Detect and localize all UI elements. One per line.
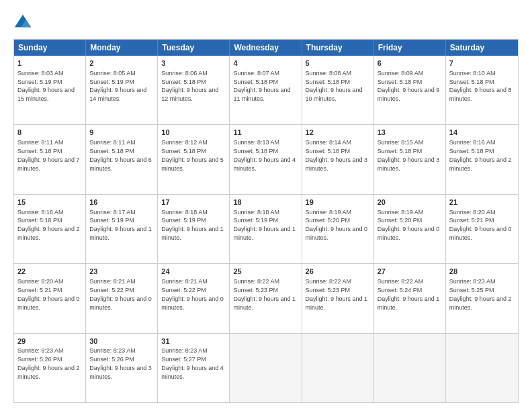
day-info: Sunrise: 8:07 AMSunset: 5:18 PMDaylight:… [233, 70, 290, 102]
calendar-row-1: 1Sunrise: 8:03 AMSunset: 5:19 PMDaylight… [14, 56, 518, 124]
day-cell-27: 27Sunrise: 8:22 AMSunset: 5:24 PMDayligh… [374, 264, 446, 332]
day-cell-1: 1Sunrise: 8:03 AMSunset: 5:19 PMDaylight… [14, 56, 86, 124]
day-number: 11 [233, 128, 298, 138]
day-cell-7: 7Sunrise: 8:10 AMSunset: 5:18 PMDaylight… [446, 56, 518, 124]
day-number: 28 [449, 267, 515, 277]
day-info: Sunrise: 8:23 AMSunset: 5:26 PMDaylight:… [89, 347, 152, 379]
header-day-wednesday: Wednesday [230, 40, 302, 56]
day-info: Sunrise: 8:23 AMSunset: 5:25 PMDaylight:… [449, 278, 512, 310]
header-day-thursday: Thursday [302, 40, 374, 56]
day-info: Sunrise: 8:22 AMSunset: 5:23 PMDaylight:… [233, 278, 296, 310]
day-number: 3 [161, 58, 226, 68]
day-number: 19 [306, 197, 370, 208]
day-cell-24: 24Sunrise: 8:21 AMSunset: 5:22 PMDayligh… [158, 264, 230, 332]
header [13, 11, 519, 32]
header-day-monday: Monday [86, 40, 158, 56]
day-cell-8: 8Sunrise: 8:11 AMSunset: 5:18 PMDaylight… [14, 125, 86, 193]
day-number: 15 [17, 197, 82, 208]
day-cell-2: 2Sunrise: 8:05 AMSunset: 5:19 PMDaylight… [86, 56, 158, 124]
day-info: Sunrise: 8:05 AMSunset: 5:19 PMDaylight:… [89, 70, 146, 102]
calendar: SundayMondayTuesdayWednesdayThursdayFrid… [13, 39, 519, 403]
empty-cell [302, 334, 374, 402]
day-info: Sunrise: 8:20 AMSunset: 5:21 PMDaylight:… [449, 209, 512, 241]
day-number: 26 [306, 267, 370, 277]
day-info: Sunrise: 8:11 AMSunset: 5:18 PMDaylight:… [89, 139, 152, 171]
calendar-row-5: 29Sunrise: 8:23 AMSunset: 5:26 PMDayligh… [14, 333, 518, 402]
day-cell-4: 4Sunrise: 8:07 AMSunset: 5:18 PMDaylight… [230, 56, 302, 124]
day-cell-19: 19Sunrise: 8:19 AMSunset: 5:20 PMDayligh… [302, 195, 374, 263]
day-number: 5 [306, 58, 370, 68]
day-number: 22 [17, 267, 82, 277]
day-number: 4 [233, 58, 298, 68]
day-number: 13 [378, 128, 442, 138]
header-day-sunday: Sunday [14, 40, 86, 56]
day-info: Sunrise: 8:14 AMSunset: 5:18 PMDaylight:… [306, 139, 368, 171]
day-cell-18: 18Sunrise: 8:18 AMSunset: 5:19 PMDayligh… [230, 195, 302, 263]
day-number: 29 [17, 336, 82, 347]
day-number: 18 [233, 197, 298, 208]
day-number: 21 [449, 197, 515, 208]
logo [13, 13, 35, 32]
day-info: Sunrise: 8:15 AMSunset: 5:18 PMDaylight:… [378, 139, 440, 171]
day-number: 20 [378, 197, 442, 208]
day-info: Sunrise: 8:23 AMSunset: 5:26 PMDaylight:… [17, 347, 80, 379]
day-cell-28: 28Sunrise: 8:23 AMSunset: 5:25 PMDayligh… [446, 264, 518, 332]
day-info: Sunrise: 8:09 AMSunset: 5:18 PMDaylight:… [378, 70, 440, 102]
day-number: 24 [161, 267, 226, 277]
day-info: Sunrise: 8:12 AMSunset: 5:18 PMDaylight:… [161, 139, 224, 171]
day-number: 6 [378, 58, 442, 68]
day-number: 2 [89, 58, 154, 68]
day-cell-9: 9Sunrise: 8:11 AMSunset: 5:18 PMDaylight… [86, 125, 158, 193]
day-cell-6: 6Sunrise: 8:09 AMSunset: 5:18 PMDaylight… [374, 56, 446, 124]
day-number: 8 [17, 128, 82, 138]
day-cell-26: 26Sunrise: 8:22 AMSunset: 5:23 PMDayligh… [302, 264, 374, 332]
day-cell-20: 20Sunrise: 8:19 AMSunset: 5:20 PMDayligh… [374, 195, 446, 263]
empty-cell [446, 334, 518, 402]
header-day-tuesday: Tuesday [158, 40, 230, 56]
day-info: Sunrise: 8:06 AMSunset: 5:18 PMDaylight:… [161, 70, 218, 102]
day-cell-10: 10Sunrise: 8:12 AMSunset: 5:18 PMDayligh… [158, 125, 230, 193]
day-cell-30: 30Sunrise: 8:23 AMSunset: 5:26 PMDayligh… [86, 334, 158, 402]
day-info: Sunrise: 8:03 AMSunset: 5:19 PMDaylight:… [17, 70, 75, 102]
empty-cell [230, 334, 302, 402]
day-cell-29: 29Sunrise: 8:23 AMSunset: 5:26 PMDayligh… [14, 334, 86, 402]
day-number: 7 [449, 58, 515, 68]
day-number: 31 [161, 336, 226, 347]
day-cell-31: 31Sunrise: 8:23 AMSunset: 5:27 PMDayligh… [158, 334, 230, 402]
day-info: Sunrise: 8:19 AMSunset: 5:20 PMDaylight:… [306, 209, 368, 241]
day-number: 1 [17, 58, 82, 68]
day-cell-12: 12Sunrise: 8:14 AMSunset: 5:18 PMDayligh… [302, 125, 374, 193]
day-number: 10 [161, 128, 226, 138]
day-number: 16 [89, 197, 154, 208]
day-info: Sunrise: 8:23 AMSunset: 5:27 PMDaylight:… [161, 347, 224, 379]
day-info: Sunrise: 8:16 AMSunset: 5:18 PMDaylight:… [449, 139, 512, 171]
logo-icon [13, 13, 32, 32]
day-number: 14 [449, 128, 515, 138]
day-info: Sunrise: 8:21 AMSunset: 5:22 PMDaylight:… [89, 278, 152, 310]
day-info: Sunrise: 8:18 AMSunset: 5:19 PMDaylight:… [233, 209, 296, 241]
calendar-row-2: 8Sunrise: 8:11 AMSunset: 5:18 PMDaylight… [14, 124, 518, 193]
day-info: Sunrise: 8:20 AMSunset: 5:21 PMDaylight:… [17, 278, 80, 310]
day-cell-22: 22Sunrise: 8:20 AMSunset: 5:21 PMDayligh… [14, 264, 86, 332]
day-number: 25 [233, 267, 298, 277]
day-info: Sunrise: 8:11 AMSunset: 5:18 PMDaylight:… [17, 139, 80, 171]
day-info: Sunrise: 8:22 AMSunset: 5:24 PMDaylight:… [378, 278, 440, 310]
day-cell-17: 17Sunrise: 8:18 AMSunset: 5:19 PMDayligh… [158, 195, 230, 263]
day-info: Sunrise: 8:13 AMSunset: 5:18 PMDaylight:… [233, 139, 296, 171]
calendar-row-4: 22Sunrise: 8:20 AMSunset: 5:21 PMDayligh… [14, 263, 518, 332]
day-number: 23 [89, 267, 154, 277]
day-info: Sunrise: 8:19 AMSunset: 5:20 PMDaylight:… [378, 209, 440, 241]
empty-cell [374, 334, 446, 402]
day-number: 12 [306, 128, 370, 138]
calendar-body: 1Sunrise: 8:03 AMSunset: 5:19 PMDaylight… [14, 56, 518, 402]
day-number: 27 [378, 267, 442, 277]
day-cell-21: 21Sunrise: 8:20 AMSunset: 5:21 PMDayligh… [446, 195, 518, 263]
header-day-friday: Friday [374, 40, 446, 56]
day-number: 17 [161, 197, 226, 208]
day-cell-16: 16Sunrise: 8:17 AMSunset: 5:19 PMDayligh… [86, 195, 158, 263]
day-info: Sunrise: 8:10 AMSunset: 5:18 PMDaylight:… [449, 70, 512, 102]
day-cell-13: 13Sunrise: 8:15 AMSunset: 5:18 PMDayligh… [374, 125, 446, 193]
day-cell-11: 11Sunrise: 8:13 AMSunset: 5:18 PMDayligh… [230, 125, 302, 193]
day-info: Sunrise: 8:18 AMSunset: 5:19 PMDaylight:… [161, 209, 224, 241]
header-day-saturday: Saturday [446, 40, 518, 56]
